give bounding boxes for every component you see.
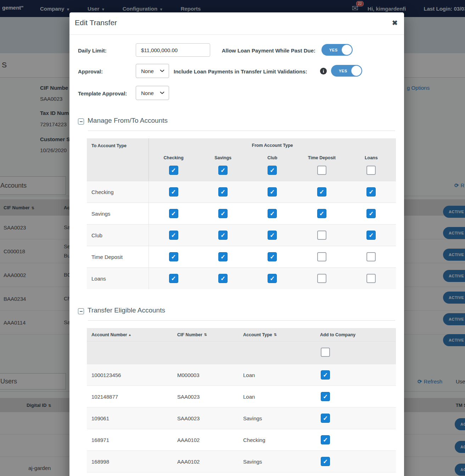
matrix-group-header: From Account Type	[149, 138, 396, 153]
matrix-col-select-cell	[297, 163, 346, 181]
matrix-cell: ✓	[198, 268, 247, 289]
matrix-cell	[297, 225, 346, 246]
matrix-checkbox[interactable]: ✓	[317, 209, 326, 218]
cell-add-to-company: ✓	[315, 429, 396, 450]
cell-account-number: 102148877	[87, 386, 173, 407]
matrix-checkbox[interactable]	[366, 252, 376, 261]
add-to-company-checkbox[interactable]: ✓	[321, 414, 330, 423]
matrix-row-label: Checking	[87, 181, 149, 203]
matrix-checkbox[interactable]: ✓	[218, 252, 228, 261]
matrix-cell: ✓	[248, 246, 297, 267]
col-cif-number[interactable]: CIF Number⇅	[173, 328, 239, 341]
collapse-icon[interactable]	[78, 118, 84, 124]
table-row[interactable]: 168998AAA0102Savings✓	[87, 450, 396, 472]
column-select-checkbox[interactable]: ✓	[169, 166, 178, 175]
template-approval-label: Template Approval:	[78, 90, 127, 96]
column-select-checkbox[interactable]: ✓	[218, 166, 228, 175]
matrix-checkbox[interactable]: ✓	[218, 231, 228, 240]
cell-account-type: Loan	[239, 386, 315, 407]
column-select-checkbox[interactable]: ✓	[268, 166, 277, 175]
matrix-checkbox[interactable]: ✓	[317, 187, 326, 197]
table-row[interactable]: 1000123456M000003Loan✓	[87, 364, 396, 386]
matrix-row-checking: Checking✓✓✓✓✓	[87, 181, 396, 203]
col-account-number[interactable]: Account Number▴	[87, 328, 173, 341]
matrix-checkbox[interactable]: ✓	[268, 231, 277, 240]
template-approval-select[interactable]: None	[136, 86, 169, 100]
matrix-checkbox[interactable]: ✓	[268, 187, 277, 197]
matrix-cell	[297, 246, 346, 267]
close-icon[interactable]: ✖	[392, 19, 398, 27]
matrix-checkbox[interactable]: ✓	[268, 209, 277, 218]
matrix-checkbox[interactable]: ✓	[169, 252, 178, 261]
table-row[interactable]: 168971AAA0102Checking✓	[87, 429, 396, 450]
matrix-checkbox[interactable]	[317, 231, 326, 240]
matrix-checkbox[interactable]	[317, 252, 326, 261]
matrix-checkbox[interactable]: ✓	[169, 187, 178, 197]
cell-account-number	[87, 472, 173, 476]
matrix-checkbox[interactable]: ✓	[169, 209, 178, 218]
from-to-accounts-matrix: To Account TypeFrom Account TypeChecking…	[87, 138, 396, 289]
matrix-col-select-cell: ✓	[198, 163, 247, 181]
matrix-col-time-deposit: Time Deposit	[297, 153, 346, 163]
allow-loan-toggle[interactable]: YES	[321, 44, 353, 56]
divider	[69, 34, 404, 35]
collapse-icon[interactable]	[78, 308, 84, 314]
matrix-checkbox[interactable]: ✓	[169, 231, 178, 240]
table-row[interactable]: 109061SAA0023Savings✓	[87, 407, 396, 429]
cell-account-number: 1000123456	[87, 364, 173, 386]
divider	[88, 320, 395, 321]
matrix-cell: ✓	[297, 203, 346, 224]
matrix-cell: ✓	[248, 225, 297, 246]
add-to-company-checkbox[interactable]: ✓	[321, 370, 330, 380]
matrix-cell: ✓	[149, 203, 198, 224]
col-account-type[interactable]: Account Type⇅	[239, 328, 315, 341]
approval-select[interactable]: None	[136, 64, 169, 78]
matrix-cell: ✓	[198, 225, 247, 246]
matrix-checkbox[interactable]: ✓	[366, 231, 376, 240]
cell-account-number: 168998	[87, 451, 173, 472]
matrix-checkbox[interactable]: ✓	[268, 252, 277, 261]
add-to-company-checkbox[interactable]: ✓	[321, 392, 330, 401]
column-select-checkbox[interactable]	[317, 166, 326, 175]
matrix-cell: ✓	[149, 181, 198, 203]
matrix-row-label: Club	[87, 225, 149, 246]
table-row[interactable]: ✓	[87, 472, 396, 476]
chevron-down-icon	[160, 92, 164, 94]
daily-limit-label: Daily Limit:	[78, 48, 107, 54]
modal-title: Edit Transfer	[75, 18, 117, 27]
add-to-company-checkbox[interactable]: ✓	[321, 435, 330, 444]
chevron-down-icon	[160, 70, 164, 72]
matrix-cell	[297, 268, 346, 289]
matrix-col-select-cell	[347, 163, 396, 181]
cell-account-number: 168971	[87, 429, 173, 450]
allow-loan-label: Allow Loan Payment While Past Due:	[222, 48, 315, 54]
add-to-company-checkbox[interactable]: ✓	[321, 457, 330, 466]
select-all-checkbox[interactable]	[321, 348, 330, 357]
matrix-checkbox[interactable]: ✓	[218, 187, 228, 197]
cell-account-type: Loan	[239, 364, 315, 386]
info-icon[interactable]: i	[320, 68, 327, 74]
matrix-checkbox[interactable]: ✓	[268, 274, 277, 283]
col-add-to-company: Add to Company	[315, 328, 396, 341]
matrix-checkbox[interactable]	[366, 274, 376, 283]
matrix-section-title: Manage From/To Accounts	[88, 117, 168, 124]
matrix-checkbox[interactable]: ✓	[366, 187, 376, 197]
matrix-cell: ✓	[149, 225, 198, 246]
matrix-checkbox[interactable]: ✓	[218, 274, 228, 283]
matrix-checkbox[interactable]: ✓	[169, 274, 178, 283]
sort-asc-icon: ▴	[129, 333, 131, 337]
cell-cif-number: AAA0102	[173, 429, 239, 450]
column-select-checkbox[interactable]	[366, 166, 376, 175]
matrix-col-select-cell: ✓	[149, 163, 198, 181]
matrix-col-club: Club	[248, 153, 297, 163]
daily-limit-input[interactable]	[136, 43, 210, 57]
cell-add-to-company: ✓	[315, 472, 396, 476]
table-row[interactable]: 102148877SAA0023Loan✓	[87, 386, 396, 407]
include-loan-toggle[interactable]: YES	[331, 65, 362, 77]
matrix-col-select-cell: ✓	[248, 163, 297, 181]
cell-add-to-company: ✓	[315, 451, 396, 472]
matrix-checkbox[interactable]	[317, 274, 326, 283]
cell-account-type	[239, 472, 315, 476]
matrix-checkbox[interactable]: ✓	[218, 209, 228, 218]
matrix-checkbox[interactable]: ✓	[366, 209, 376, 218]
